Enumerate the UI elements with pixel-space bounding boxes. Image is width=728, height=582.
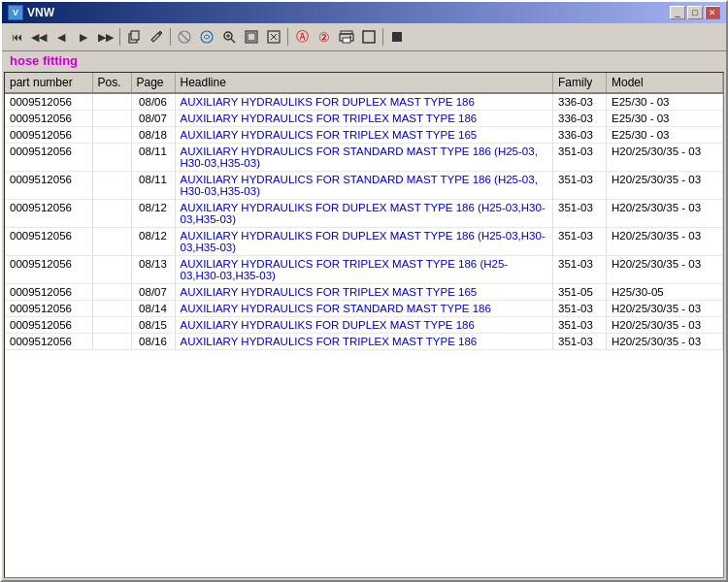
cell-headline[interactable]: AUXILIARY HYDRAULICS FOR TRIPLEX MAST TY… <box>175 284 553 301</box>
cell-model: E25/30 - 03 <box>607 111 723 127</box>
edit-button[interactable] <box>146 26 167 48</box>
cell-part-number: 0009512056 <box>5 228 92 256</box>
svg-line-6 <box>231 39 235 43</box>
content-area: part number Pos. Page Headline Family Mo… <box>4 72 724 578</box>
cell-headline[interactable]: AUXILIARY HYDRAULICS FOR TRIPLEX MAST TY… <box>175 256 553 284</box>
cell-family: 351-03 <box>553 200 607 228</box>
col-header-part-number: part number <box>5 73 92 93</box>
next-button[interactable]: ▶ <box>73 26 94 48</box>
circleA-button[interactable]: Ⓐ <box>291 26 313 48</box>
table-header: part number Pos. Page Headline Family Mo… <box>5 73 723 93</box>
cell-family: 351-03 <box>553 334 607 350</box>
table-wrapper[interactable]: part number Pos. Page Headline Family Mo… <box>5 73 723 577</box>
cell-pos <box>92 334 131 350</box>
minimize-button[interactable]: _ <box>670 6 685 19</box>
tool1-button[interactable] <box>174 26 195 48</box>
cell-model: H20/25/30/35 - 03 <box>607 334 723 350</box>
cell-family: 351-03 <box>553 228 607 256</box>
cell-page: 08/14 <box>131 301 175 317</box>
tool9-button[interactable] <box>358 26 380 48</box>
cell-part-number: 0009512056 <box>5 127 92 144</box>
table-row: 000951205608/16AUXILIARY HYDRAULICS FOR … <box>5 334 723 350</box>
title-bar-left: V VNW <box>8 5 54 20</box>
circle2-button[interactable]: ② <box>314 26 335 48</box>
cell-pos <box>92 111 131 127</box>
toolbar: ⏮ ◀◀ ◀ ▶ ▶▶ <box>2 23 726 50</box>
print-button[interactable] <box>336 26 357 48</box>
app-icon: V <box>8 5 23 20</box>
cell-headline[interactable]: AUXILIARY HYDRAULICS FOR STANDARD MAST T… <box>175 172 553 200</box>
cell-model: H20/25/30/35 - 03 <box>607 317 723 334</box>
cell-part-number: 0009512056 <box>5 144 92 172</box>
table-row: 000951205608/12AUXILIARY HYDRAULIKS FOR … <box>5 200 723 228</box>
cell-headline[interactable]: AUXILIARY HYDRAULICS FOR STANDARD MAST T… <box>175 144 553 172</box>
table-row: 000951205608/14AUXILIARY HYDRAULICS FOR … <box>5 301 723 317</box>
main-window: V VNW _ □ ✕ ⏮ ◀◀ ◀ ▶ ▶▶ <box>0 0 728 582</box>
copy-button[interactable] <box>123 26 145 48</box>
cell-headline[interactable]: AUXILIARY HYDRAULIKS FOR DUPLEX MAST TYP… <box>175 317 553 334</box>
cell-page: 08/16 <box>131 334 175 350</box>
svg-rect-10 <box>248 33 255 41</box>
toolbar-separator-1 <box>119 28 120 46</box>
tool2-button[interactable] <box>196 26 217 48</box>
title-bar: V VNW _ □ ✕ <box>2 2 726 23</box>
cell-pos <box>92 284 131 301</box>
cell-pos <box>92 301 131 317</box>
prev-button[interactable]: ◀ <box>50 26 72 48</box>
cell-pos <box>92 200 131 228</box>
cell-pos <box>92 93 131 111</box>
col-header-family: Family <box>553 73 607 93</box>
cell-part-number: 0009512056 <box>5 172 92 200</box>
cell-headline[interactable]: AUXILIARY HYDRAULICS FOR STANDARD MAST T… <box>175 301 553 317</box>
cell-part-number: 0009512056 <box>5 334 92 350</box>
cell-part-number: 0009512056 <box>5 111 92 127</box>
cell-model: H25/30-05 <box>607 284 723 301</box>
toolbar-separator-4 <box>382 28 383 46</box>
cell-family: 336-03 <box>553 111 607 127</box>
tool5-button[interactable] <box>263 26 284 48</box>
table-row: 000951205608/15AUXILIARY HYDRAULIKS FOR … <box>5 317 723 334</box>
tool4-button[interactable] <box>241 26 262 48</box>
cell-model: E25/30 - 03 <box>607 93 723 111</box>
cell-headline[interactable]: AUXILIARY HYDRAULICS FOR TRIPLEX MAST TY… <box>175 111 553 127</box>
table-row: 000951205608/07AUXILIARY HYDRAULICS FOR … <box>5 284 723 301</box>
search-label: hose fitting <box>2 51 726 70</box>
cell-headline[interactable]: AUXILIARY HYDRAULICS FOR TRIPLEX MAST TY… <box>175 334 553 350</box>
table-row: 000951205608/11AUXILIARY HYDRAULICS FOR … <box>5 172 723 200</box>
cell-family: 351-03 <box>553 144 607 172</box>
cell-headline[interactable]: AUXILIARY HYDRAULIKS FOR DUPLEX MAST TYP… <box>175 200 553 228</box>
svg-rect-17 <box>392 32 402 42</box>
close-button[interactable]: ✕ <box>705 6 720 19</box>
cell-model: H20/25/30/35 - 03 <box>607 200 723 228</box>
next2-button[interactable]: ▶▶ <box>95 26 116 48</box>
cell-page: 08/12 <box>131 200 175 228</box>
cell-family: 351-05 <box>553 284 607 301</box>
first-button[interactable]: ⏮ <box>6 26 27 48</box>
cell-model: H20/25/30/35 - 03 <box>607 301 723 317</box>
cell-family: 351-03 <box>553 172 607 200</box>
cell-family: 351-03 <box>553 317 607 334</box>
svg-rect-1 <box>131 31 139 40</box>
cell-page: 08/11 <box>131 144 175 172</box>
cell-pos <box>92 256 131 284</box>
cell-part-number: 0009512056 <box>5 93 92 111</box>
cell-page: 08/07 <box>131 111 175 127</box>
cell-page: 08/11 <box>131 172 175 200</box>
table-row: 000951205608/13AUXILIARY HYDRAULICS FOR … <box>5 256 723 284</box>
maximize-button[interactable]: □ <box>687 6 703 19</box>
cell-page: 08/07 <box>131 284 175 301</box>
prev2-button[interactable]: ◀◀ <box>28 26 50 48</box>
cell-headline[interactable]: AUXILIARY HYDRAULICS FOR TRIPLEX MAST TY… <box>175 127 553 144</box>
cell-model: H20/25/30/35 - 03 <box>607 228 723 256</box>
results-table: part number Pos. Page Headline Family Mo… <box>5 73 723 350</box>
cell-part-number: 0009512056 <box>5 200 92 228</box>
svg-rect-16 <box>363 31 375 43</box>
col-header-pos: Pos. <box>92 73 131 93</box>
table-body: 000951205608/06AUXILIARY HYDRAULIKS FOR … <box>5 93 723 350</box>
stop-button[interactable] <box>386 26 408 48</box>
cell-headline[interactable]: AUXILIARY HYDRAULIKS FOR DUPLEX MAST TYP… <box>175 93 553 111</box>
cell-model: H20/25/30/35 - 03 <box>607 256 723 284</box>
zoom-button[interactable] <box>218 26 240 48</box>
cell-headline[interactable]: AUXILIARY HYDRAULIKS FOR DUPLEX MAST TYP… <box>175 228 553 256</box>
cell-pos <box>92 317 131 334</box>
